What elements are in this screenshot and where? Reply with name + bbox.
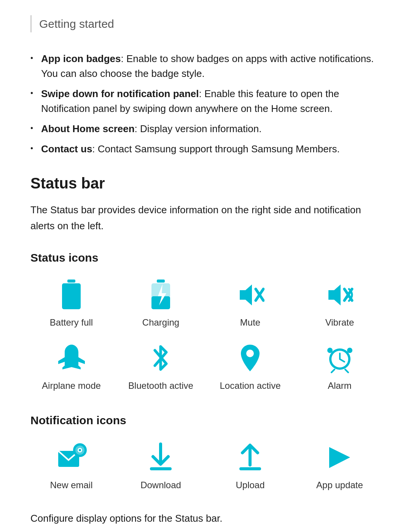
svg-line-19	[331, 369, 335, 372]
location-item: Location active	[209, 341, 291, 393]
upload-item: Upload	[209, 440, 291, 492]
status-bar-description: The Status bar provides device informati…	[30, 202, 381, 234]
new-email-label: New email	[50, 478, 92, 492]
alarm-icon	[323, 341, 357, 375]
charging-label: Charging	[142, 316, 179, 329]
download-icon	[144, 440, 178, 474]
svg-rect-2	[157, 280, 165, 283]
svg-marker-9	[328, 284, 341, 305]
mute-label: Mute	[240, 316, 260, 329]
download-label: Download	[140, 478, 181, 492]
battery-full-label: Battery full	[50, 316, 93, 329]
bullet-bold-3: About Home screen	[41, 123, 135, 134]
status-bar-title: Status bar	[30, 172, 381, 195]
svg-line-20	[345, 369, 348, 372]
vibrate-icon	[323, 278, 357, 312]
new-email-icon	[54, 440, 89, 474]
bullet-bold-2: Swipe down for notification panel	[41, 88, 199, 99]
download-item: Download	[120, 440, 202, 492]
charging-icon	[144, 278, 178, 312]
list-item: About Home screen: Display version infor…	[30, 121, 381, 136]
vibrate-label: Vibrate	[325, 316, 354, 329]
airplane-item: Airplane mode	[30, 341, 112, 393]
list-item: Contact us: Contact Samsung support thro…	[30, 142, 381, 157]
svg-marker-30	[329, 447, 350, 468]
svg-point-12	[246, 350, 254, 357]
upload-label: Upload	[236, 478, 264, 492]
page-header-title: Getting started	[39, 18, 114, 30]
vibrate-item: Vibrate	[299, 278, 381, 329]
app-update-label: App update	[316, 478, 363, 492]
charging-item: Charging	[120, 278, 202, 329]
svg-rect-0	[67, 280, 75, 283]
svg-point-17	[327, 348, 333, 353]
location-icon	[233, 341, 268, 375]
alarm-item: Alarm	[299, 341, 381, 393]
svg-point-18	[347, 348, 352, 353]
svg-marker-6	[240, 284, 252, 305]
battery-full-icon	[54, 278, 89, 312]
airplane-icon	[54, 341, 89, 375]
bullet-list: App icon badges: Enable to show badges o…	[30, 51, 381, 157]
page-header: Getting started	[30, 15, 381, 32]
mute-icon	[233, 278, 268, 312]
notification-icons-title: Notification icons	[30, 412, 381, 429]
alarm-label: Alarm	[328, 379, 352, 393]
bluetooth-item: Bluetooth active	[120, 341, 202, 393]
bullet-text-3: : Display version information.	[135, 123, 262, 134]
status-icons-title: Status icons	[30, 249, 381, 266]
bullet-bold-4: Contact us	[41, 143, 92, 155]
bluetooth-label: Bluetooth active	[128, 379, 193, 393]
bullet-text-4: : Contact Samsung support through Samsun…	[92, 143, 339, 155]
bullet-bold-1: App icon badges	[41, 53, 121, 64]
configure-text: Configure display options for the Status…	[30, 511, 381, 526]
notification-icons-grid: New email Download Upload	[30, 440, 381, 492]
list-item: App icon badges: Enable to show badges o…	[30, 51, 381, 81]
status-icons-grid: Battery full Charging Mute	[30, 278, 381, 393]
app-update-item: App update	[299, 440, 381, 492]
airplane-label: Airplane mode	[42, 379, 101, 393]
battery-full-item: Battery full	[30, 278, 112, 329]
svg-point-25	[79, 449, 81, 451]
bluetooth-icon	[144, 341, 178, 375]
list-item: Swipe down for notification panel: Enabl…	[30, 86, 381, 116]
upload-icon	[233, 440, 268, 474]
app-update-icon	[323, 440, 357, 474]
location-label: Location active	[220, 379, 280, 393]
svg-rect-1	[62, 283, 81, 309]
new-email-item: New email	[30, 440, 112, 492]
svg-rect-4	[151, 296, 170, 309]
mute-item: Mute	[209, 278, 291, 329]
